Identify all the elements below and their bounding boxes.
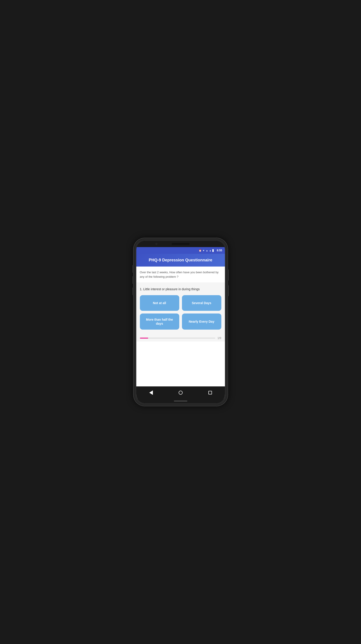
home-button[interactable]	[176, 388, 185, 397]
answer-several-days[interactable]: Several Days	[182, 295, 221, 311]
answer-nearly-every-day[interactable]: Nearly Every Day	[182, 314, 221, 330]
bottom-pill	[174, 400, 187, 402]
app-header: PHQ-9 Depression Questionnaire	[136, 254, 225, 266]
alarm-icon: ⏰	[199, 249, 201, 252]
recents-button[interactable]	[206, 388, 215, 397]
answer-more-than-half[interactable]: More than half the days	[140, 314, 179, 330]
recents-icon	[208, 391, 212, 394]
back-button[interactable]	[147, 388, 156, 397]
spacer-area	[136, 342, 225, 386]
content-area: 1. Little interest or pleasure in during…	[136, 282, 225, 336]
question-number: 1.	[140, 287, 143, 291]
phone-bottom-bezel	[136, 399, 225, 403]
question-banner: Over the last 2 weeks, How often have yo…	[136, 266, 225, 282]
camera-dot	[155, 243, 158, 245]
phone-screen: ⏰ ▼ ▲ ▲ ▊ 8:55 PHQ-9 Depression Question…	[136, 241, 225, 403]
app-screen: PHQ-9 Depression Questionnaire Over the …	[136, 254, 225, 399]
status-icons: ⏰ ▼ ▲ ▲ ▊ 8:55	[199, 249, 222, 252]
banner-text: Over the last 2 weeks, How often have yo…	[140, 270, 221, 279]
signal-icon-2: ▲	[209, 249, 211, 252]
phone-top-bezel	[136, 241, 225, 247]
question-body: Little interest or pleasure in during th…	[143, 287, 200, 291]
home-icon	[179, 391, 183, 395]
progress-bar-container	[140, 338, 215, 338]
status-time: 8:55	[217, 249, 222, 252]
signal-icon-1: ▲	[206, 249, 208, 252]
app-title: PHQ-9 Depression Questionnaire	[140, 258, 221, 262]
wifi-icon: ▼	[203, 249, 205, 252]
progress-area: 1/9	[136, 336, 225, 342]
phone-device: ⏰ ▼ ▲ ▲ ▊ 8:55 PHQ-9 Depression Question…	[134, 238, 228, 406]
answer-not-at-all[interactable]: Not at all	[140, 295, 179, 311]
answer-grid: Not at all Several Days More than half t…	[140, 295, 221, 330]
progress-label: 1/9	[218, 336, 221, 340]
question-text: 1. Little interest or pleasure in during…	[140, 287, 221, 292]
speaker-grille	[172, 243, 190, 245]
progress-bar-fill	[140, 338, 148, 338]
battery-icon: ▊	[212, 249, 214, 252]
status-bar: ⏰ ▼ ▲ ▲ ▊ 8:55	[136, 247, 225, 254]
bottom-nav	[136, 386, 225, 399]
back-icon	[149, 390, 153, 395]
